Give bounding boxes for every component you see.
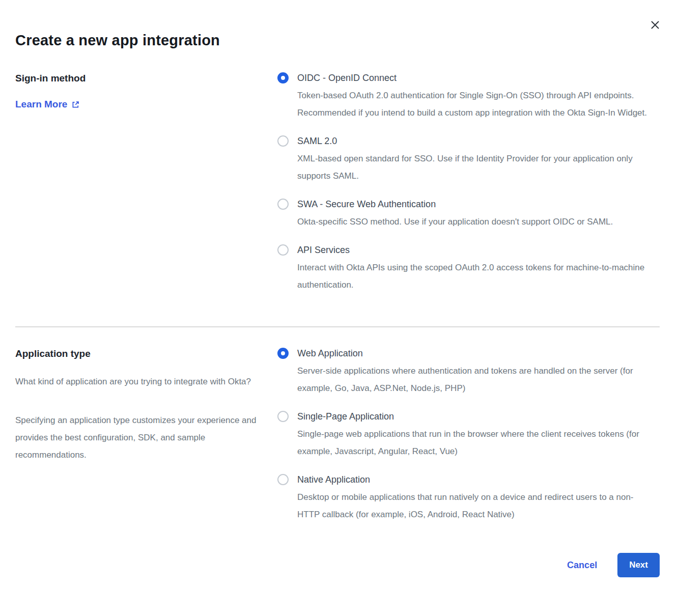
page-title: Create a new app integration bbox=[15, 32, 660, 49]
radio-single-page-application[interactable] bbox=[277, 411, 289, 422]
option-saml-label[interactable]: SAML 2.0 bbox=[297, 135, 647, 147]
option-oidc-label[interactable]: OIDC - OpenID Connect bbox=[297, 72, 647, 84]
radio-swa[interactable] bbox=[277, 199, 289, 210]
dialog-footer: Cancel Next bbox=[15, 553, 660, 601]
option-web-application[interactable]: Web Application Server-side applications… bbox=[277, 348, 647, 397]
application-type-label: Application type bbox=[15, 348, 262, 360]
section-divider bbox=[15, 326, 660, 327]
option-single-page-application[interactable]: Single-Page Application Single-page web … bbox=[277, 411, 647, 460]
learn-more-link[interactable]: Learn More bbox=[15, 99, 80, 110]
option-api-services[interactable]: API Services Interact with Okta APIs usi… bbox=[277, 244, 647, 294]
option-oidc[interactable]: OIDC - OpenID Connect Token-based OAuth … bbox=[277, 72, 647, 122]
option-web-application-label[interactable]: Web Application bbox=[297, 348, 647, 359]
close-x-glyph bbox=[651, 20, 660, 30]
learn-more-label: Learn More bbox=[15, 99, 67, 110]
option-web-application-description: Server-side applications where authentic… bbox=[297, 362, 647, 397]
close-icon[interactable] bbox=[648, 18, 662, 32]
application-type-paragraph-2: Specifying an application type customize… bbox=[15, 412, 259, 464]
signin-method-section: Sign-in method Learn More OIDC - OpenID … bbox=[15, 72, 660, 294]
option-single-page-application-label[interactable]: Single-Page Application bbox=[297, 411, 647, 423]
external-link-icon bbox=[71, 100, 80, 109]
option-oidc-description: Token-based OAuth 2.0 authentication for… bbox=[297, 87, 647, 122]
radio-web-application[interactable] bbox=[277, 348, 289, 359]
create-app-integration-dialog: Create a new app integration Sign-in met… bbox=[0, 0, 678, 616]
signin-method-label: Sign-in method bbox=[15, 72, 262, 85]
option-swa-description: Okta-specific SSO method. Use if your ap… bbox=[297, 213, 613, 231]
option-native-application[interactable]: Native Application Desktop or mobile app… bbox=[277, 474, 647, 523]
radio-native-application[interactable] bbox=[277, 474, 289, 485]
application-type-paragraph-1: What kind of application are you trying … bbox=[15, 373, 259, 390]
option-single-page-application-description: Single-page web applications that run in… bbox=[297, 426, 647, 460]
option-saml[interactable]: SAML 2.0 XML-based open standard for SSO… bbox=[277, 135, 647, 185]
radio-api-services[interactable] bbox=[277, 244, 289, 256]
option-saml-description: XML-based open standard for SSO. Use if … bbox=[297, 150, 647, 185]
option-native-application-description: Desktop or mobile applications that run … bbox=[297, 489, 647, 523]
option-swa[interactable]: SWA - Secure Web Authentication Okta-spe… bbox=[277, 199, 647, 231]
radio-saml[interactable] bbox=[277, 135, 289, 147]
cancel-button[interactable]: Cancel bbox=[567, 560, 597, 571]
option-api-services-label[interactable]: API Services bbox=[297, 244, 647, 256]
application-type-section: Application type What kind of applicatio… bbox=[15, 348, 660, 523]
radio-oidc[interactable] bbox=[277, 72, 289, 83]
option-native-application-label[interactable]: Native Application bbox=[297, 474, 647, 486]
option-api-services-description: Interact with Okta APIs using the scoped… bbox=[297, 259, 647, 294]
next-button[interactable]: Next bbox=[617, 553, 660, 577]
option-swa-label[interactable]: SWA - Secure Web Authentication bbox=[297, 199, 613, 210]
